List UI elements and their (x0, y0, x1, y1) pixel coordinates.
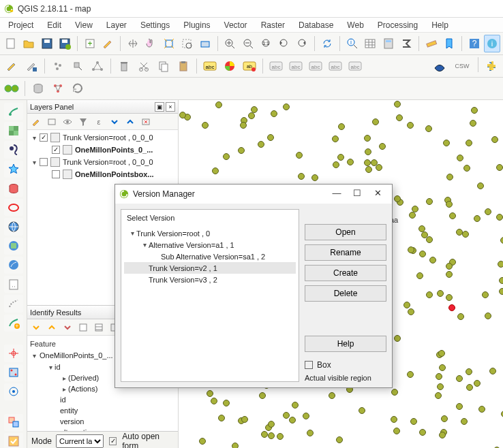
layer-add-group-button[interactable] (44, 114, 59, 129)
attribute-table-button[interactable] (362, 35, 378, 52)
label-change-button[interactable]: abc (346, 57, 364, 75)
label-abc-button[interactable]: abc (201, 57, 219, 75)
add-feature-button[interactable] (49, 57, 67, 75)
field-calc-button[interactable] (380, 35, 397, 52)
layer-style-button[interactable] (29, 114, 44, 129)
layer-expression-button[interactable]: ε (91, 114, 106, 129)
menu-vector[interactable]: Vector (219, 19, 253, 31)
toggle-edit-button[interactable] (3, 57, 20, 75)
identify-expand-button[interactable] (29, 320, 44, 335)
layer-row[interactable]: OneMillonPoints_0_... (27, 144, 178, 156)
dialog-tree[interactable]: ▾Trunk Version=root , 0▾Alternative Vers… (121, 226, 299, 381)
mode-select[interactable]: Current la (56, 434, 104, 448)
gps-button[interactable] (4, 383, 23, 400)
checker-button[interactable] (4, 433, 23, 448)
undock-icon[interactable]: ▣ (155, 102, 164, 112)
layer-checkbox[interactable] (52, 170, 60, 178)
zoom-last-button[interactable] (276, 35, 292, 52)
save-as-button[interactable] (57, 35, 74, 52)
add-oracle-button[interactable] (4, 199, 23, 216)
delete-button[interactable]: Delete (305, 285, 386, 302)
menu-project[interactable]: Project (3, 19, 39, 31)
menu-settings[interactable]: Settings (135, 19, 175, 31)
close-icon[interactable]: ✕ (367, 187, 388, 201)
version-row[interactable]: Sub Alternative Version=sa1 , 2 (124, 251, 296, 262)
auto-open-checkbox[interactable] (109, 437, 117, 445)
label-show-button[interactable]: abc (287, 57, 305, 75)
save-edits-button[interactable] (22, 57, 40, 75)
identify-tree-button[interactable] (91, 320, 106, 335)
add-spatialite-button[interactable] (4, 161, 23, 178)
layer-visibility-button[interactable] (60, 114, 75, 129)
bookmarks-button[interactable] (441, 35, 457, 52)
menu-view[interactable]: View (70, 19, 98, 31)
add-raster-button[interactable] (4, 122, 23, 139)
versioning-plugin-button[interactable] (3, 80, 20, 97)
layer-row[interactable]: OneMillonPointsbox... (27, 168, 178, 180)
layer-expand-button[interactable] (107, 114, 122, 129)
add-virtual-button[interactable] (4, 295, 23, 312)
layer-row[interactable]: ▾Trunk Version=root , 0_0_0 (27, 131, 178, 144)
identify-button[interactable]: i (344, 35, 361, 52)
pan-selection-button[interactable] (143, 35, 159, 52)
georeferencer-button[interactable] (4, 364, 23, 381)
label-rotate-button[interactable]: abc (326, 57, 344, 75)
help-button[interactable]: Help (305, 336, 386, 352)
layer-remove-button[interactable] (138, 114, 153, 129)
layer-filter-button[interactable] (76, 114, 91, 129)
add-wfs-button[interactable] (4, 257, 23, 274)
db-manager-button[interactable] (29, 80, 47, 97)
menu-edit[interactable]: Edit (42, 19, 67, 31)
csw-button[interactable]: CSW (451, 57, 474, 75)
layer-styling-button[interactable] (100, 35, 117, 52)
help-contents-button[interactable]: ? (466, 35, 483, 52)
identify-form-button[interactable] (76, 320, 91, 335)
open-project-button[interactable] (21, 35, 37, 52)
statistics-button[interactable] (398, 35, 414, 52)
label-diagram-button[interactable] (221, 57, 239, 75)
dialog-titlebar[interactable]: Version Manager — ☐ ✕ (115, 185, 392, 204)
maximize-icon[interactable]: ☐ (347, 187, 367, 201)
box-checkbox[interactable] (305, 361, 313, 369)
save-button[interactable] (39, 35, 55, 52)
label-move-button[interactable]: abc (307, 57, 324, 75)
menu-database[interactable]: Database (293, 19, 339, 31)
version-row[interactable]: ▾Trunk Version=root , 0 (124, 227, 296, 239)
paste-button[interactable] (174, 57, 192, 75)
zoom-native-button[interactable]: 1:1 (258, 35, 275, 52)
layer-row[interactable]: ▾Trunk Version=root , 0_0_0 (27, 156, 178, 168)
copy-button[interactable] (155, 57, 172, 75)
measure-button[interactable] (423, 35, 440, 52)
delete-selected-button[interactable] (115, 57, 133, 75)
menu-help[interactable]: Help (426, 19, 454, 31)
version-row[interactable]: Trunk Version=v2 , 1 (124, 262, 296, 274)
label-highlight-button[interactable]: ab (241, 57, 258, 75)
new-shapefile-button[interactable]: + (4, 315, 23, 332)
whatsthis-button[interactable]: i (484, 35, 500, 52)
minimize-icon[interactable]: — (326, 187, 347, 201)
identify-collapse-button[interactable] (44, 320, 59, 335)
topology-checker-button[interactable] (4, 414, 23, 431)
add-wcs-button[interactable] (4, 238, 23, 255)
close-icon[interactable]: × (166, 102, 175, 112)
layer-checkbox[interactable] (40, 133, 48, 142)
coord-capture-button[interactable] (4, 345, 23, 362)
python-console-button[interactable] (483, 57, 500, 75)
rename-button[interactable]: Rename (305, 244, 386, 261)
pan-button[interactable] (125, 35, 141, 52)
menu-raster[interactable]: Raster (256, 19, 290, 31)
create-button[interactable]: Create (305, 265, 386, 281)
add-wms-button[interactable] (4, 218, 23, 235)
zoom-selection-button[interactable] (179, 35, 196, 52)
cut-button[interactable] (135, 57, 153, 75)
layers-panel-header[interactable]: Layers Panel ▣ × (27, 100, 178, 114)
move-feature-button[interactable] (69, 57, 87, 75)
new-layer-button[interactable]: + (82, 35, 98, 52)
processing-graph-button[interactable] (49, 80, 67, 97)
zoom-layer-button[interactable] (197, 35, 213, 52)
refresh-button[interactable] (319, 35, 335, 52)
processing-history-button[interactable] (69, 80, 87, 97)
metasearch-button[interactable] (431, 57, 448, 75)
open-button[interactable]: Open (305, 224, 386, 240)
zoom-out-button[interactable] (240, 35, 256, 52)
